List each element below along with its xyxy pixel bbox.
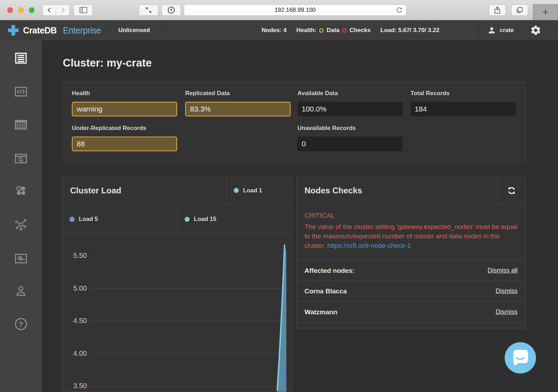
- data-health-dot-icon: [319, 28, 324, 33]
- sidebar-item-monitoring[interactable]: [13, 250, 29, 267]
- forward-button[interactable]: [56, 5, 69, 15]
- checks-health-label: Checks: [349, 27, 370, 34]
- nodes-checks-header: Nodes Checks: [297, 176, 525, 205]
- load-5-dot-icon: [69, 217, 75, 222]
- keyhole-icon: [167, 6, 175, 14]
- dismiss-all-link[interactable]: Dismiss all: [488, 267, 518, 274]
- load-1-dot-icon: [234, 188, 239, 193]
- extension-button[interactable]: [161, 5, 181, 16]
- stat-value-replicated-data: 83.3%: [185, 102, 291, 116]
- stat-total-records: Total Records 184: [410, 90, 516, 116]
- brand[interactable]: CrateDB Enterprise: [0, 20, 106, 40]
- new-tab-button[interactable]: +: [533, 4, 558, 20]
- cluster-nodes-icon: [14, 217, 28, 232]
- sidebar-item-help[interactable]: ?: [13, 316, 29, 332]
- reload-button[interactable]: [395, 7, 403, 16]
- affected-nodes-label: Affected nodes:: [304, 267, 355, 275]
- stat-value-health: warning: [72, 102, 177, 116]
- stat-label: Under-Replicated Records: [72, 125, 177, 132]
- cluster-load-title: Cluster Load: [70, 186, 121, 195]
- window-zoom-button[interactable]: [29, 7, 35, 13]
- back-icon: [46, 7, 53, 13]
- sidebar-item-cluster[interactable]: [13, 216, 29, 233]
- stat-unavailable-records: Unavailable Records 0: [297, 125, 403, 151]
- affected-node-row: Corna Blacca Dismiss: [297, 281, 525, 302]
- cratedb-logo-icon: [7, 24, 20, 37]
- load-15-label: Load 15: [194, 216, 216, 223]
- tabs-icon: [516, 7, 523, 14]
- cluster-metrics: Nodes: 4 Health: Data Checks Load: 5.67/…: [262, 20, 439, 40]
- node-name: Watzmann: [304, 308, 337, 316]
- address-bar[interactable]: 192.168.99.100: [184, 5, 406, 16]
- reload-icon: [395, 7, 403, 14]
- tab-overview-button[interactable]: [511, 5, 528, 16]
- fullscreen-icon: [145, 7, 152, 14]
- nav-buttons: [43, 5, 70, 16]
- share-button[interactable]: [489, 5, 506, 16]
- svg-text:?: ?: [19, 320, 23, 328]
- sidebar-item-plugins[interactable]: [13, 182, 29, 199]
- share-icon: [494, 6, 501, 14]
- sidebar-item-tables[interactable]: [13, 116, 29, 133]
- refresh-icon: [507, 186, 516, 195]
- settings-menu[interactable]: [522, 20, 558, 40]
- check-message: CRITICAL The value of the cluster settin…: [297, 205, 525, 261]
- overview-icon: [14, 51, 28, 66]
- affected-node-row: Watzmann Dismiss: [297, 302, 525, 323]
- stat-under-replicated-records: Under-Replicated Records 88: [72, 125, 177, 151]
- gear-icon: [530, 25, 541, 36]
- forward-icon: [60, 7, 66, 13]
- cluster-load-legend-row: Load 5 Load 15: [62, 205, 292, 234]
- sidebar-item-privileges[interactable]: [13, 283, 29, 299]
- node-name: Corna Blacca: [304, 287, 347, 295]
- cluster-load-header: Cluster Load Load 1: [62, 176, 292, 205]
- affected-nodes-header: Affected nodes: Dismiss all: [297, 261, 525, 281]
- sidebar-item-shards-browser[interactable]: [13, 150, 29, 167]
- nodes-count: Nodes: 4: [262, 27, 287, 34]
- sidebar-item-console[interactable]: [13, 83, 29, 100]
- dismiss-link[interactable]: Dismiss: [496, 287, 518, 295]
- chat-launcher-button[interactable]: [505, 342, 536, 374]
- sidebar-toggle-button[interactable]: [74, 5, 93, 16]
- stat-replicated-data: Replicated Data 83.3%: [185, 90, 291, 116]
- load-5-label: Load 5: [79, 216, 98, 223]
- stat-health: Health warning: [72, 90, 177, 116]
- check-severity: CRITICAL: [304, 212, 518, 220]
- nodes-checks-title: Nodes Checks: [304, 186, 362, 195]
- stat-label: Unavailable Records: [297, 125, 403, 132]
- cluster-stats-panel: Health warning Replicated Data 83.3% Ava…: [63, 82, 526, 162]
- brand-name: CrateDB: [23, 25, 57, 36]
- new-tab-label: +: [542, 6, 549, 18]
- back-button[interactable]: [43, 5, 56, 15]
- stat-value-total-records: 184: [410, 102, 516, 116]
- legend-load-1[interactable]: Load 1: [226, 176, 292, 205]
- legend-load-5[interactable]: Load 5: [62, 205, 177, 233]
- brand-edition: Enterprise: [63, 25, 101, 36]
- health-label: Health:: [296, 27, 317, 34]
- load-series-plot: [62, 234, 292, 392]
- sidebar-toggle-icon: [80, 7, 87, 13]
- health-indicators: Health: Data Checks: [296, 27, 371, 34]
- check-doc-link[interactable]: https://cr8.is/d-node-check-1: [327, 242, 411, 249]
- check-description: The value of the cluster setting 'gatewa…: [304, 222, 518, 251]
- cluster-load-panel: Cluster Load Load 1 Load 5 Load 15 5: [62, 176, 292, 392]
- dismiss-link[interactable]: Dismiss: [496, 308, 518, 316]
- chat-bubble-icon: [505, 342, 536, 374]
- page-title: Cluster: my-crate: [63, 57, 152, 69]
- window-close-button[interactable]: [7, 7, 13, 13]
- stat-label: Total Records: [410, 90, 516, 97]
- legend-load-15[interactable]: Load 15: [177, 205, 292, 233]
- stat-value-under-replicated-records: 88: [72, 137, 177, 151]
- user-menu[interactable]: crate: [478, 20, 522, 40]
- window-minimize-button[interactable]: [18, 7, 24, 13]
- sidebar-item-overview[interactable]: [13, 50, 29, 67]
- fullscreen-button[interactable]: [139, 5, 158, 16]
- browser-toolbar: 192.168.99.100 +: [0, 0, 558, 20]
- url-text: 192.168.99.100: [274, 7, 316, 14]
- app-header: CrateDB Enterprise Unlicensed Nodes: 4 H…: [0, 20, 558, 40]
- refresh-checks-button[interactable]: [497, 176, 525, 205]
- browse-search-icon: [14, 151, 28, 166]
- nodes-checks-panel: Nodes Checks CRITICAL The value of the c…: [296, 176, 526, 329]
- data-health-label: Data: [326, 27, 339, 34]
- license-status: Unlicensed: [106, 20, 162, 40]
